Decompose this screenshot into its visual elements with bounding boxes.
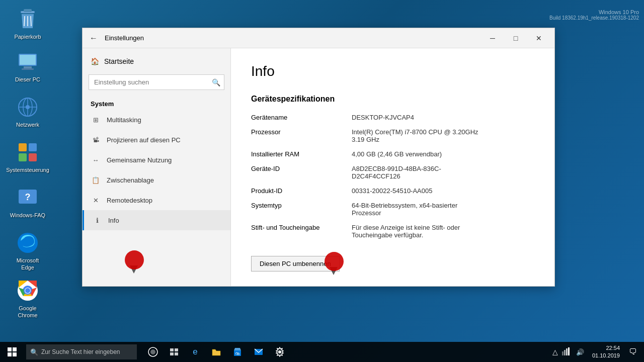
taskbar-clock[interactable]: 22:54 01.10.2019 [588,344,624,360]
sidebar-item-multitasking[interactable]: ⊞ Multitasking [83,110,230,130]
svg-rect-6 [20,55,36,65]
spec-row-geraetename: Gerätename DESKTOP-KJVCAP4 [251,114,534,121]
sidebar-item-projizieren[interactable]: 📽 Projizieren auf diesen PC [83,130,230,150]
taskbar-search-icon: 🔍 [30,348,38,356]
desktop-icon-chrome[interactable]: Google Chrome [8,277,48,321]
spec-value-ram: 4,00 GB (2,46 GB verwendbar) [352,150,534,158]
svg-rect-15 [29,143,37,151]
svg-rect-27 [13,347,17,351]
search-icon: 🔍 [212,78,220,86]
svg-line-4 [31,16,31,26]
sidebar-item-zwischenablage[interactable]: 📋 Zwischenablage [83,170,230,190]
main-content: Info Gerätespezifikationen Gerätename DE… [231,48,554,286]
svg-rect-28 [8,352,12,356]
multitasking-icon: ⊞ [91,115,101,125]
desktop-icon-papierkorb[interactable]: Papierkorb [8,5,48,42]
desktop-icon-netzwerk[interactable]: Netzwerk [8,93,48,130]
taskbar-network-icon[interactable] [562,347,570,357]
gemeinsame-nutzung-icon: ↔ [91,155,101,165]
spec-label-systemtyp: Systemtyp [251,202,352,217]
desktop-icon-edge[interactable]: Microsoft Edge [8,229,48,274]
start-button[interactable] [0,342,24,362]
taskbar-right: △ 🔊 22:54 01.10.2019 🗨 [552,344,644,360]
close-button[interactable]: ✕ [527,30,550,46]
gemeinsame-nutzung-label: Gemeinsame Nutzung [107,156,172,164]
spec-row-stift-touch: Stift- und Toucheingabe Für diese Anzeig… [251,224,534,239]
desktop-icon-netzwerk-label: Netzwerk [16,121,39,128]
cursor-2 [330,267,338,275]
rename-pc-button[interactable]: Diesen PC umbenennen [251,256,340,272]
window-title: Einstellungen [105,34,481,42]
minimize-button[interactable]: ─ [481,30,504,46]
taskbar-notification-center[interactable]: 🗨 [626,347,640,356]
svg-point-25 [25,288,30,293]
desktop-icon-papierkorb-label: Papierkorb [14,33,41,40]
zwischenablage-icon: 📋 [91,175,101,185]
sidebar-item-startseite[interactable]: 🏠 Startseite [83,52,230,70]
startseite-label: Startseite [104,57,134,65]
svg-rect-33 [175,348,178,351]
svg-rect-44 [568,347,570,355]
projizieren-icon: 📽 [91,135,101,145]
svg-rect-42 [564,350,566,355]
netzwerk-icon [16,95,40,119]
svg-rect-26 [8,347,12,351]
zwischenablage-label: Zwischenablage [107,176,154,184]
spec-label-ram: Installierter RAM [251,150,352,158]
desktop-icon-windows-faq-label: Windows-FAQ [10,212,45,219]
sidebar-item-info[interactable]: ℹ Info [83,210,230,230]
svg-text:?: ? [25,192,31,202]
svg-text:🛍: 🛍 [235,351,239,356]
desktop-icon-systemsteuerung-label: Systemsteuerung [6,166,49,173]
taskbar-notification-icon[interactable]: △ [552,348,558,356]
taskbar-sys-icons: △ 🔊 [552,347,586,357]
taskbar-volume-icon[interactable]: 🔊 [576,348,584,356]
sidebar-item-remotedesktop[interactable]: ✕ Remotedesktop [83,190,230,210]
spec-label-produkt-id: Produkt-ID [251,187,352,195]
remotedesktop-label: Remotedesktop [107,197,152,204]
desktop-icon-dieser-pc[interactable]: Dieser PC [8,48,48,85]
taskbar-settings-icon[interactable] [270,342,290,362]
svg-point-31 [150,349,155,354]
spec-row-systemtyp: Systemtyp 64-Bit-Betriebssystem, x64-bas… [251,202,534,217]
sidebar-item-gemeinsame-nutzung[interactable]: ↔ Gemeinsame Nutzung [83,150,230,170]
desktop-icon-edge-label: Microsoft Edge [10,257,46,272]
spec-value-produkt-id: 00331-20022-54510-AA005 [352,187,534,195]
chrome-icon [16,279,40,303]
desktop-icon-windows-faq[interactable]: ? Windows-FAQ [8,184,48,221]
settings-window: ← Einstellungen ─ □ ✕ 🏠 Startseite 🔍 Sy [82,28,555,287]
window-controls: ─ □ ✕ [481,30,550,46]
taskbar-task-view-icon[interactable] [164,342,184,362]
windows-faq-icon: ? [16,186,40,210]
home-icon: 🏠 [91,57,99,65]
spec-row-produkt-id: Produkt-ID 00331-20022-54510-AA005 [251,187,534,195]
svg-rect-16 [19,153,27,161]
spec-value-systemtyp: 64-Bit-Betriebssystem, x64-basierterProz… [352,202,534,217]
sidebar: 🏠 Startseite 🔍 System ⊞ Multitasking 📽 P… [83,48,231,286]
back-button[interactable]: ← [87,31,101,45]
search-input[interactable] [89,74,224,90]
cursor-1 [130,265,138,274]
taskbar-store-icon[interactable]: 🛍 [227,342,248,362]
taskbar-search[interactable]: 🔍 Zur Suche Text hier eingeben [26,344,137,359]
desktop-icon-dieser-pc-label: Dieser PC [15,76,40,83]
taskbar-date: 01.10.2019 [592,352,620,359]
desktop: Papierkorb Dieser PC Netzwerk [0,0,644,362]
spec-value-prozessor: Intel(R) Core(TM) i7-8700 CPU @ 3.20GHz3… [352,128,534,143]
taskbar-explorer-icon[interactable] [206,342,226,362]
svg-rect-1 [24,9,32,12]
spec-value-geraetename: DESKTOP-KJVCAP4 [352,114,534,121]
window-body: 🏠 Startseite 🔍 System ⊞ Multitasking 📽 P… [83,48,554,286]
page-title: Info [251,63,534,79]
taskbar-cortana-icon[interactable] [143,342,163,362]
desktop-icon-systemsteuerung[interactable]: Systemsteuerung [8,138,48,175]
taskbar-mail-icon[interactable] [249,342,269,362]
svg-rect-43 [566,348,568,355]
taskbar-edge-icon[interactable]: e [185,342,205,362]
info-icon: ℹ [92,215,102,225]
svg-marker-37 [234,348,241,350]
taskbar-icons: e 🛍 [143,342,290,362]
svg-rect-14 [19,143,27,151]
spec-label-prozessor: Prozessor [251,128,352,143]
maximize-button[interactable]: □ [504,30,527,46]
